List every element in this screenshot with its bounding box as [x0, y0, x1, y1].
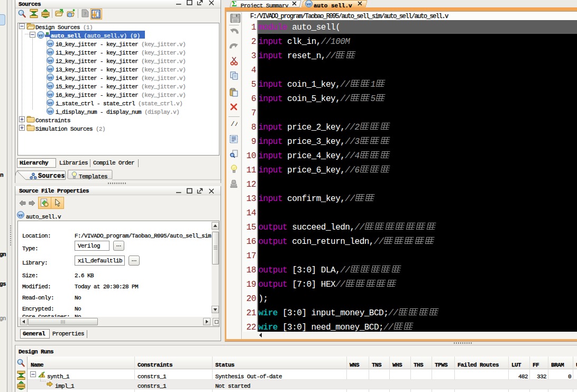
svg-text:ve: ve: [48, 84, 52, 88]
svg-text:ve: ve: [48, 109, 52, 114]
svg-text:ve: ve: [48, 41, 52, 46]
svg-text:ve: ve: [48, 75, 52, 80]
svg-text://: //: [231, 120, 237, 127]
svg-text:ve: ve: [19, 213, 23, 217]
svg-text:ve: ve: [48, 50, 52, 54]
svg-text:Σ: Σ: [232, 0, 237, 7]
svg-text:ve: ve: [48, 67, 52, 71]
svg-text:ve: ve: [48, 92, 52, 97]
svg-text:ve: ve: [39, 33, 43, 38]
svg-text:ve: ve: [307, 2, 311, 6]
svg-text:ve: ve: [48, 101, 52, 105]
svg-text:ve: ve: [48, 58, 52, 63]
svg-text:?: ?: [84, 11, 87, 16]
